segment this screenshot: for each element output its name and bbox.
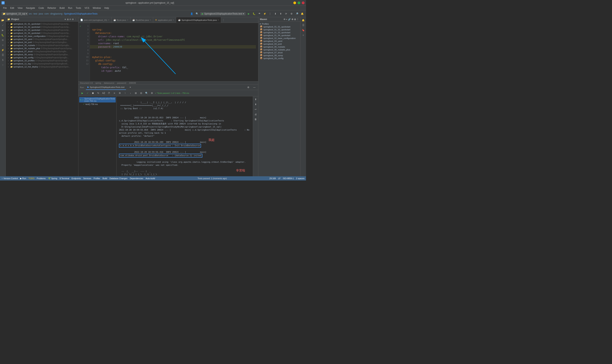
menu-help[interactable]: Help (103, 6, 110, 10)
maven-collapse-icon[interactable]: ⊟ (294, 18, 296, 21)
tree-item-springboot09[interactable]: ▸ 📁 springboot_09_config D:\DingJiaxiong… (6, 56, 78, 59)
tree-item-springboot12[interactable]: ▸ 📁 springboot_12_hot_deploy D:\DingJiax… (6, 65, 78, 68)
menu-vcs[interactable]: VCS (83, 6, 91, 10)
tree-item-springboot03[interactable]: ▸ 📁 springboot_03_yaml D:\DingJiaxiong\I… (6, 38, 78, 41)
tree-item-springboot01_03[interactable]: ▸ 📁 springboot_01_03_quickstart D:\DingJ… (6, 28, 78, 32)
tab-book-java[interactable]: ☕ Book.java ✕ (111, 17, 131, 23)
git-push-button[interactable]: ⬆ (279, 12, 283, 16)
sidebar-terminal-icon[interactable]: $ (0, 58, 5, 62)
menu-file[interactable]: File (1, 6, 8, 10)
project-panel-collapse-all[interactable]: ⊞ (67, 18, 69, 21)
status-run[interactable]: ▶ Run (20, 177, 26, 180)
profile-button[interactable]: 👤 (189, 12, 194, 16)
console-output[interactable]: ' |____| .__I |_|_| |_|\__, | / / / / ==… (117, 96, 253, 176)
maven-item-06[interactable]: 📦 springboot_06_mybatis_plus (259, 48, 300, 51)
maven-item-04[interactable]: 📦 springboot_04_junit (259, 42, 300, 45)
project-panel-settings[interactable]: ⚙ (72, 18, 74, 21)
run-button[interactable]: ▶ (246, 12, 251, 16)
prev-failure[interactable]: ↑ (123, 91, 127, 95)
maven-item-01_03[interactable]: 📦 springboot_01_03_quickstart (259, 31, 300, 34)
tree-item-springboot11[interactable]: ▸ 📁 springboot_11_log D:\DingJiaxiong\Id… (6, 62, 78, 65)
search-everywhere-button[interactable]: 🔍 (195, 12, 200, 16)
menu-tools[interactable]: Tools (74, 6, 83, 10)
menu-code[interactable]: Code (37, 6, 45, 10)
sidebar-database-icon[interactable]: 🗄 (0, 53, 5, 57)
rerun-button[interactable]: ▶ (80, 91, 84, 95)
status-profiler[interactable]: Profiler (93, 177, 100, 180)
run-tree-test[interactable]: ✓ test() 756 ms (79, 103, 116, 106)
maven-item-05[interactable]: 📦 springboot_05_mybatis (259, 45, 300, 48)
status-todo[interactable]: TODO (28, 177, 35, 180)
maven-add-icon[interactable]: + (286, 18, 287, 21)
tab-application-yml[interactable]: ⚙ application.yml ✕ (153, 17, 176, 23)
maven-link-icon[interactable]: 🔗 (288, 18, 291, 21)
status-dependencies[interactable]: Dependencies (130, 177, 143, 180)
run-scroll-bottom[interactable]: ⬇ (253, 102, 258, 107)
maven-more-icon[interactable]: ⋮ (297, 18, 299, 21)
run-settings-button[interactable]: ⚙ (246, 85, 251, 90)
tree-item-springboot07[interactable]: ▸ 📁 springboot_07_druid D:\DingJiaxiong\… (6, 50, 78, 53)
sidebar-commit-icon[interactable]: ✓ (0, 23, 5, 27)
menu-run[interactable]: Run (67, 6, 74, 10)
sidebar-git-icon[interactable]: ⑂ (0, 63, 5, 67)
notifications-button[interactable]: 🔔 (300, 12, 305, 16)
run-soft-wrap[interactable]: ↩ (253, 107, 258, 112)
status-spring[interactable]: 🌱 Spring (48, 177, 57, 180)
sidebar-structure-icon[interactable]: ≡ (0, 43, 5, 47)
debug-button[interactable]: 🐛 (252, 12, 256, 16)
sidebar-endpoints-icon[interactable]: ⚡ (0, 48, 5, 52)
tree-item-springboot02[interactable]: ▸ 📁 springboot_02_base_configuration D:\… (6, 35, 78, 38)
status-indent[interactable]: 2 spaces (296, 177, 305, 180)
sort-alpha-button[interactable]: AZ (101, 91, 106, 95)
right-bookmarks-icon[interactable]: 🔖 (301, 28, 306, 32)
code-content[interactable]: spring: datasource: driver-class-name: c… (90, 23, 258, 81)
run-hide-button[interactable]: — (252, 85, 257, 90)
tree-item-springboot10[interactable]: ▸ 📁 springboot_10_profiles D:\DingJiaxio… (6, 59, 78, 62)
maven-item-03[interactable]: 📦 springboot_03_yaml (259, 39, 300, 42)
project-panel-sync[interactable]: ⟳ (69, 18, 71, 21)
status-endpoints[interactable]: Endpoints (71, 177, 81, 180)
tree-item-springboot01_04[interactable]: ▸ 📁 springboot_01_04_quickstart D:\DingJ… (6, 32, 78, 35)
tab-bookdao-java[interactable]: ☕ BookDao.java ✕ (131, 17, 153, 23)
menu-edit[interactable]: Edit (9, 6, 16, 10)
run-scroll-top[interactable]: ⬆ (253, 97, 258, 102)
status-problems[interactable]: Problems (37, 177, 45, 180)
rerun-failed-button[interactable]: ↻ (96, 91, 101, 95)
close-button[interactable]: ✕ (302, 1, 305, 4)
status-services[interactable]: Services (83, 177, 91, 180)
maven-item-01_01[interactable]: 📦 springboot_01_01_quickstart (259, 25, 300, 28)
tree-item-springboot04[interactable]: ▸ 📁 springboot_04_junit D:\DingJiaxiong\… (6, 41, 78, 44)
maven-item-09[interactable]: 📦 springboot_09_config (259, 57, 300, 60)
stop-button[interactable]: ⏹ (91, 91, 95, 95)
project-panel-dropdown[interactable]: ▾ (65, 18, 66, 21)
more-actions-button[interactable]: ⋮ (268, 12, 272, 16)
maven-item-07[interactable]: 📦 springboot_07_druid (259, 51, 300, 54)
status-version-control[interactable]: ⑂ Version Control (1, 177, 18, 180)
profile-run-button[interactable]: ⚡ (262, 12, 267, 16)
status-auto-build[interactable]: Auto-build (146, 177, 155, 180)
maven-settings-icon[interactable]: ⚙ (292, 18, 293, 21)
minimize-button[interactable]: ─ (293, 1, 296, 4)
maximize-button[interactable]: □ (298, 1, 300, 4)
right-notifications-icon[interactable]: 🔔 (301, 18, 306, 23)
toggle-auto-run[interactable]: ⚙ (118, 91, 122, 95)
run-print[interactable]: 🖨 (253, 112, 258, 117)
maven-item-08[interactable]: 📦 springboot_08_ssmp (259, 54, 300, 57)
status-encoding[interactable]: ISO-8859-1 (283, 177, 294, 180)
run-tree-root[interactable]: ▾ ✓ Springboot15SqlApplicationTests (com… (79, 97, 116, 103)
project-panel-gear[interactable]: ⋮ (75, 18, 77, 21)
search-in-run[interactable]: 🔍 (144, 91, 149, 95)
sidebar-services-icon[interactable]: ⚙ (0, 38, 5, 42)
maven-refresh-icon[interactable]: ⟳ (284, 18, 285, 21)
tab-springboot-tests[interactable]: ☕ Springboot15SqlApplicationTests.java ✕ (176, 17, 221, 23)
status-database-changes[interactable]: Database Changes (109, 177, 127, 180)
tab-close-bookdao[interactable]: ✕ (149, 19, 151, 21)
sidebar-debug-icon[interactable]: 🐛 (0, 33, 5, 38)
run-tab-active[interactable]: ▶ Springboot15SqlApplicationTests.test (86, 85, 126, 90)
tree-item-springboot01_02[interactable]: ▸ 📁 springboot_01_02_quickstart D:\DingJ… (6, 26, 78, 28)
menu-view[interactable]: View (16, 6, 24, 10)
maven-item-02[interactable]: 📦 springboot_02_base_configuration (259, 37, 300, 39)
tree-item-springboot08[interactable]: ▸ 📁 springboot_08_ssmp D:\DingJiaxiong\I… (6, 53, 78, 56)
tab-close-tests[interactable]: ✕ (217, 19, 219, 21)
tree-item-springboot01_01[interactable]: ▸ 📁 springboot_01_01_quickstart D:\DingJ… (6, 22, 78, 26)
